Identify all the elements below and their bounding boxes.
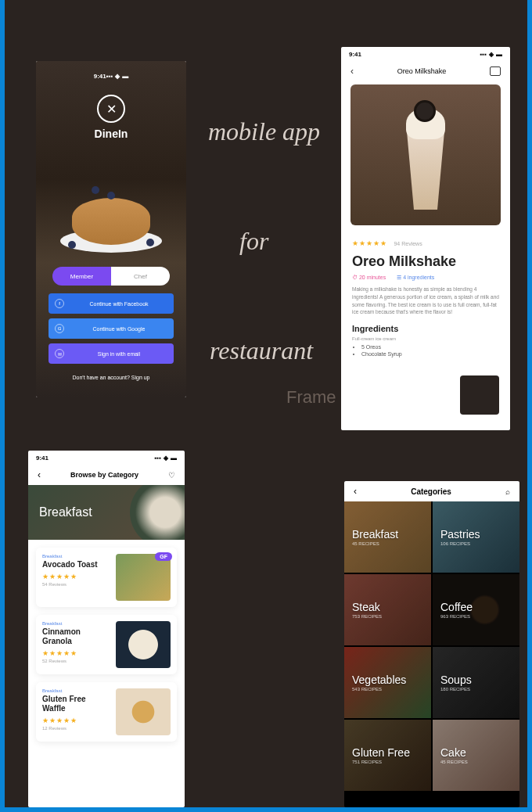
wifi-icon: ◈: [115, 73, 120, 80]
app-brand: DineIn: [95, 128, 128, 140]
category-tile-coffee[interactable]: Coffee 963 RECIPES: [433, 574, 519, 645]
email-icon: ✉: [55, 349, 64, 358]
ingredient-thumbnail: [460, 375, 499, 415]
ingredient-count: ☰ 4 ingredients: [397, 275, 434, 281]
facebook-icon: f: [55, 299, 64, 308]
google-button-label: Continue with Google: [70, 326, 167, 332]
category-name: Steak: [352, 601, 431, 613]
category-count: 963 RECIPES: [440, 614, 519, 619]
facebook-button-label: Continue with Facebook: [70, 301, 167, 307]
category-hero: Breakfast: [28, 485, 185, 540]
status-time: 9:41: [94, 73, 106, 80]
email-button-label: Sign in with email: [70, 351, 167, 357]
star-icons: ★★★★★: [42, 717, 110, 724]
back-button[interactable]: ‹: [38, 469, 41, 480]
recipe-detail-screen: 9:41 ▪▪▪◈▬ ‹ Oreo Milkshake ★★★★★ 94 Rev…: [341, 47, 510, 430]
status-time: 9:41: [349, 51, 361, 58]
notifications-icon[interactable]: ♡: [168, 471, 175, 480]
card-category: Breakfast: [42, 621, 110, 626]
category-count: 106 RECIPES: [440, 541, 519, 546]
card-reviews: 52 Reviews: [42, 659, 110, 663]
category-tile-vegetables[interactable]: Vegetables 543 RECIPES: [344, 647, 431, 718]
back-button[interactable]: ‹: [350, 66, 354, 77]
header-title: Oreo Milkshake: [397, 67, 447, 75]
category-tile-soups[interactable]: Soups 180 RECIPES: [433, 647, 519, 718]
category-count: 45 RECIPES: [352, 541, 431, 546]
recipe-card[interactable]: Breakfast Cinnamon Granola ★★★★★ 52 Revi…: [36, 615, 177, 674]
status-bar: 9:41 ▪▪▪◈▬: [86, 69, 137, 83]
status-bar: 9:41 ▪▪▪◈▬: [28, 451, 185, 465]
decorative-text-2: for: [239, 227, 268, 256]
status-time: 9:41: [36, 455, 49, 462]
star-icons: ★★★★★: [42, 573, 110, 580]
header-title: Categories: [357, 487, 505, 496]
cook-time: ⏱ 20 minutes: [352, 275, 386, 281]
ingredient-item: 5 Oreos: [361, 344, 499, 350]
cart-icon[interactable]: [490, 66, 501, 76]
continue-google-button[interactable]: G Continue with Google: [49, 318, 174, 339]
category-count: 180 RECIPES: [440, 687, 519, 692]
category-count: 753 RECIPES: [352, 614, 431, 619]
card-title: Gluten Free Waffle: [42, 695, 110, 713]
ingredients-heading: Ingredients: [352, 324, 499, 333]
card-title: Avocado Toast: [42, 560, 110, 569]
category-tile-pastries[interactable]: Pastries 106 RECIPES: [433, 501, 519, 573]
battery-icon: ▬: [171, 455, 177, 462]
role-segmented-control[interactable]: Member Chef: [52, 267, 170, 286]
continue-facebook-button[interactable]: f Continue with Facebook: [49, 293, 174, 314]
star-icons: ★★★★★: [42, 649, 110, 657]
category-hero-title: Breakfast: [39, 505, 92, 519]
category-name: Pastries: [440, 528, 519, 541]
app-logo-icon: ✕: [97, 95, 125, 123]
category-name: Breakfast: [352, 528, 431, 541]
gluten-free-badge: GF: [155, 552, 172, 561]
signup-link[interactable]: Don't have an account? Sign up: [72, 375, 149, 380]
wifi-icon: ◈: [164, 455, 168, 462]
battery-icon: ▬: [122, 73, 128, 80]
category-tile-cake[interactable]: Cake 45 RECIPES: [433, 720, 519, 791]
recipe-card[interactable]: Breakfast Avocado Toast ★★★★★ 54 Reviews…: [36, 548, 177, 607]
category-count: 751 RECIPES: [352, 760, 431, 764]
ingredients-list: 5 Oreos Chocolate Syrup: [352, 344, 499, 357]
category-name: Cake: [440, 746, 519, 759]
category-name: Coffee: [440, 601, 519, 613]
recipe-title: Oreo Milkshake: [352, 253, 499, 270]
star-icons: ★★★★★: [352, 239, 387, 247]
recipe-hero-image[interactable]: [350, 84, 501, 225]
rating-row: ★★★★★ 94 Reviews: [352, 235, 499, 249]
header-title: Browse by Category: [70, 471, 138, 479]
signal-icon: ▪▪▪: [106, 73, 113, 80]
card-reviews: 54 Reviews: [42, 582, 110, 587]
segment-chef[interactable]: Chef: [111, 267, 170, 286]
google-icon: G: [55, 324, 64, 333]
review-count: 94 Reviews: [394, 241, 422, 246]
battery-icon: ▬: [496, 51, 502, 58]
segment-member[interactable]: Member: [52, 267, 111, 286]
search-icon[interactable]: ⌕: [505, 487, 510, 496]
browse-category-screen: 9:41 ▪▪▪◈▬ ‹ Browse by Category ♡ Breakf…: [28, 451, 185, 807]
recipe-card[interactable]: Breakfast Gluten Free Waffle ★★★★★ 12 Re…: [36, 682, 177, 742]
category-name: Vegetables: [352, 674, 431, 686]
wifi-icon: ◈: [489, 51, 494, 58]
categories-screen: ‹ Categories ⌕ Breakfast 45 RECIPES Past…: [344, 481, 519, 807]
signin-email-button[interactable]: ✉ Sign in with email: [49, 343, 174, 364]
card-category: Breakfast: [42, 554, 110, 559]
card-image: [116, 554, 171, 601]
recipe-description: Making a milkshake is honestly as simple…: [352, 286, 499, 316]
category-tile-breakfast[interactable]: Breakfast 45 RECIPES: [344, 501, 431, 573]
category-tile-steak[interactable]: Steak 753 RECIPES: [344, 574, 431, 645]
category-name: Gluten Free: [352, 746, 431, 759]
card-title: Cinnamon Granola: [42, 627, 110, 646]
card-image: [116, 688, 171, 735]
category-name: Soups: [440, 674, 519, 686]
category-count: 543 RECIPES: [352, 687, 431, 692]
decorative-text-3: restaurant: [210, 336, 313, 365]
status-bar: 9:41 ▪▪▪◈▬: [341, 47, 510, 61]
ingredients-subtitle: Full-cream ice cream: [352, 336, 499, 341]
category-count: 45 RECIPES: [440, 760, 519, 764]
signal-icon: ▪▪▪: [154, 455, 161, 462]
category-tile-gluten-free[interactable]: Gluten Free 751 RECIPES: [344, 720, 431, 791]
card-reviews: 12 Reviews: [42, 726, 110, 731]
signal-icon: ▪▪▪: [480, 51, 487, 58]
card-category: Breakfast: [42, 688, 110, 693]
